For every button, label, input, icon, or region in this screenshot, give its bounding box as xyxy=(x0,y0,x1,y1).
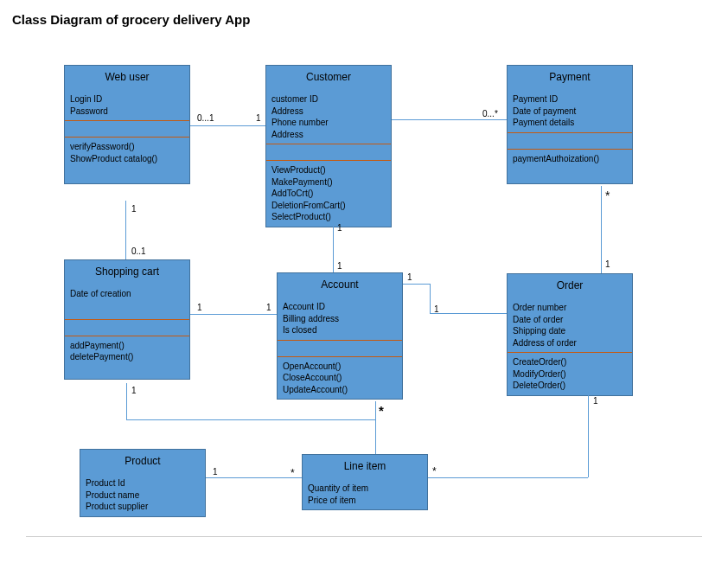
attr: Is closed xyxy=(283,324,397,336)
attr: Phone number xyxy=(271,117,386,129)
class-name: Account xyxy=(278,273,402,297)
mult: 1 xyxy=(256,113,261,123)
op: DeleteOrder() xyxy=(513,380,627,392)
op: DeletionFromCart() xyxy=(271,200,386,212)
mult: 1 xyxy=(131,386,137,395)
class-customer: Customer customer ID Address Phone numbe… xyxy=(265,65,392,227)
attr: Payment details xyxy=(513,117,627,129)
mult: 1 xyxy=(337,261,342,271)
attr: Date of order xyxy=(513,314,627,326)
mult: 1 xyxy=(434,304,439,314)
attr: Price of item xyxy=(308,495,422,507)
mult: * xyxy=(432,465,437,477)
class-name: Line item xyxy=(303,455,427,479)
op: MakePayment() xyxy=(271,176,386,189)
op: verifyPassword() xyxy=(70,141,184,153)
mult: 1 xyxy=(605,259,610,269)
attr: Payment ID xyxy=(513,93,627,106)
page-title: Class Diagram of grocery delivery App xyxy=(12,12,250,27)
class-name: Customer xyxy=(266,66,391,90)
mult: 1 xyxy=(266,303,271,312)
attr: Order number xyxy=(513,302,627,314)
mult: 0..1 xyxy=(131,246,146,256)
attr: Product name xyxy=(86,489,200,502)
op: CreateOrder() xyxy=(513,356,627,368)
mult: * xyxy=(291,467,295,479)
mult: * xyxy=(605,189,610,202)
mult: 0...* xyxy=(482,109,498,118)
class-name: Shopping cart xyxy=(65,260,189,285)
attr: Date of payment xyxy=(513,106,627,118)
class-account: Account Account ID Billing address Is cl… xyxy=(277,272,403,400)
op: OpenAccount() xyxy=(283,361,397,373)
op: deletePayment() xyxy=(70,351,184,363)
attr: Login ID xyxy=(70,93,184,106)
class-name: Product xyxy=(80,450,205,474)
attr: Billing address xyxy=(283,313,397,325)
class-web-user: Web user Login ID Password verifyPasswor… xyxy=(64,65,190,184)
op: ShowProduct catalog() xyxy=(70,153,184,165)
class-order: Order Order number Date of order Shippin… xyxy=(507,273,633,396)
attr: Address of order xyxy=(513,337,627,349)
op: addPayment() xyxy=(70,340,184,352)
attr: Shipping date xyxy=(513,325,627,337)
class-name: Payment xyxy=(508,66,632,90)
class-name: Order xyxy=(508,274,632,298)
class-product: Product Product Id Product name Product … xyxy=(80,449,206,517)
mult: 1 xyxy=(407,272,412,282)
attr: Account ID xyxy=(283,301,397,313)
mult: 1 xyxy=(337,223,342,233)
op: UpdateAccount() xyxy=(283,384,397,396)
mult: 0...1 xyxy=(197,113,214,123)
class-name: Web user xyxy=(65,66,189,90)
mult: 1 xyxy=(197,303,202,312)
attr: customer ID xyxy=(271,93,386,106)
baseline xyxy=(26,536,702,537)
op: ViewProduct() xyxy=(271,164,386,176)
mult: 1 xyxy=(593,396,598,406)
op: CloseAccount() xyxy=(283,372,397,384)
mult: * xyxy=(379,403,384,418)
attr: Address xyxy=(271,129,386,141)
op: AddToCrt() xyxy=(271,188,386,200)
mult: 1 xyxy=(131,204,137,214)
mult: 1 xyxy=(213,467,218,477)
attr: Quantity of item xyxy=(308,483,422,495)
class-shopping-cart: Shopping cart Date of creation addPaymen… xyxy=(64,259,190,380)
class-line-item: Line item Quantity of item Price of item xyxy=(302,454,428,510)
attr: Product Id xyxy=(86,477,200,489)
op: ModifyOrder() xyxy=(513,368,627,381)
attr: Address xyxy=(271,106,386,118)
attr: Product supplier xyxy=(86,501,200,513)
op: paymentAuthoization() xyxy=(513,153,627,165)
class-payment: Payment Payment ID Date of payment Payme… xyxy=(507,65,633,184)
attr: Password xyxy=(70,106,184,118)
op: SelectProduct() xyxy=(271,211,386,223)
attr: Date of creation xyxy=(70,288,184,300)
